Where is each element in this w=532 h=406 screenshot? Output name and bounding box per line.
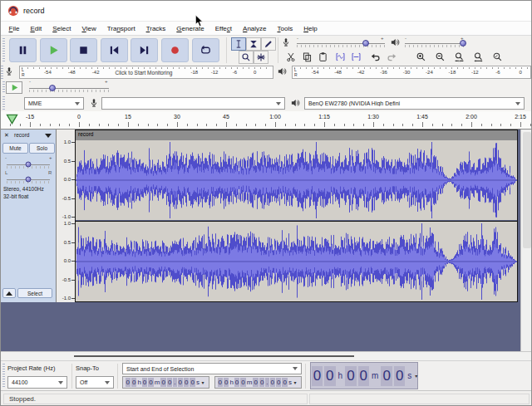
pause-button[interactable] xyxy=(9,38,37,62)
ruler-minor-tick xyxy=(167,124,168,126)
track-name[interactable]: record xyxy=(14,132,29,138)
solo-button[interactable]: Solo xyxy=(29,143,55,154)
collapse-track-button[interactable] xyxy=(2,288,16,298)
vertical-scrollbar[interactable] xyxy=(520,130,532,351)
timeline-ruler[interactable]: -1501530451:001:151:301:452:002:15 xyxy=(1,111,532,130)
zoom-toggle-button[interactable] xyxy=(490,50,505,63)
draw-tool-button[interactable] xyxy=(261,37,276,51)
selection-toolbar-grip[interactable] xyxy=(2,364,5,389)
device-toolbar-grip[interactable] xyxy=(2,96,5,110)
recording-device-select[interactable] xyxy=(101,97,285,110)
play-speed-thumb[interactable] xyxy=(49,85,56,91)
play-button[interactable] xyxy=(40,38,67,62)
multi-tool-button[interactable] xyxy=(254,51,268,64)
playback-meter-speaker-icon[interactable] xyxy=(277,66,287,81)
vertical-scale-ruler[interactable]: 1.00.50.0-0.5-1.01.00.50.0-0.5-1.0 xyxy=(57,130,75,302)
selection-end-field[interactable]: 00h00m00.000s▾ xyxy=(214,376,302,389)
track-control-panel: ✕ record Mute Solo - + L R Stereo, 44100… xyxy=(1,130,57,302)
magnifier-icon xyxy=(241,52,251,62)
chevron-down-icon[interactable]: ▾ xyxy=(201,379,204,385)
playback-volume-slider[interactable] xyxy=(405,37,465,48)
menu-item-transport[interactable]: Transport xyxy=(101,23,140,34)
fit-project-button[interactable] xyxy=(470,50,485,63)
project-rate-select[interactable]: 44100 xyxy=(7,376,67,389)
skip-to-end-button[interactable] xyxy=(131,38,158,62)
playback-device-select[interactable]: BenQ EW2780 (NVIDIA High Defini xyxy=(304,97,525,110)
track-area: ✕ record Mute Solo - + L R Stereo, 44100… xyxy=(1,130,532,351)
selection-start-field[interactable]: 00h00m00.000s▾ xyxy=(122,376,209,389)
recording-meter[interactable]: LR-54-48-42Click to Start Monitoring-18-… xyxy=(19,66,273,79)
chevron-down-icon[interactable]: ▾ xyxy=(293,379,296,385)
audio-host-select[interactable]: MME xyxy=(24,97,84,110)
meter-scale-label: -54 xyxy=(44,70,52,75)
recording-device-mic-icon xyxy=(89,97,99,112)
menu-item-tools[interactable]: Tools xyxy=(272,23,298,34)
audio-position-display[interactable]: 00h00m00s▾ xyxy=(310,362,418,389)
select-track-button[interactable]: Select xyxy=(17,288,52,298)
playback-device-speaker-icon xyxy=(290,97,300,112)
menu-item-view[interactable]: View xyxy=(76,23,101,34)
vertical-scrollbar-thumb[interactable] xyxy=(523,132,531,248)
toolbar-dock: - + - + LR-54-48-4 xyxy=(1,36,532,111)
menu-item-analyze[interactable]: Analyze xyxy=(238,23,272,34)
gain-thumb[interactable] xyxy=(26,162,32,168)
chevron-down-icon[interactable]: ▾ xyxy=(415,373,417,379)
skip-to-start-button[interactable] xyxy=(101,38,128,62)
track-menu-dropdown-icon[interactable] xyxy=(45,134,52,138)
menu-item-file[interactable]: File xyxy=(3,23,25,34)
recording-volume-thumb[interactable] xyxy=(362,40,369,46)
chevron-down-icon xyxy=(105,381,110,384)
stop-button[interactable] xyxy=(70,38,97,62)
horizontal-scrollbar[interactable] xyxy=(1,351,532,360)
paste-button[interactable] xyxy=(315,50,330,63)
recording-meter-mic-icon[interactable] xyxy=(4,66,14,81)
cut-button[interactable] xyxy=(283,50,298,63)
gain-slider[interactable] xyxy=(7,159,50,169)
pan-slider[interactable] xyxy=(7,174,50,184)
menu-item-effect[interactable]: Effect xyxy=(209,23,237,34)
record-button[interactable] xyxy=(161,38,189,62)
loop-pin-icon[interactable] xyxy=(6,113,18,128)
waveform-channel-right[interactable] xyxy=(76,222,517,301)
zoom-out-button[interactable] xyxy=(432,50,447,63)
playback-meter[interactable]: LR-54-48-42-36-30-24-18-12-60 xyxy=(292,66,531,79)
fit-selection-button[interactable] xyxy=(451,50,466,63)
menu-item-edit[interactable]: Edit xyxy=(25,23,47,34)
close-track-icon[interactable]: ✕ xyxy=(2,131,11,139)
recording-meter-grip[interactable] xyxy=(1,66,3,79)
ruler-minor-tick xyxy=(304,124,305,126)
pan-thumb[interactable] xyxy=(26,177,32,183)
trim-audio-button[interactable] xyxy=(332,50,347,63)
mute-button[interactable]: Mute xyxy=(2,143,28,154)
clip-title-bar[interactable]: record xyxy=(76,130,517,140)
meter-scale-label: -6 xyxy=(495,70,500,75)
recording-volume-slider[interactable] xyxy=(297,37,385,48)
waveform-channel-left[interactable] xyxy=(76,140,517,220)
snap-to-select[interactable]: Off xyxy=(76,376,114,389)
redo-button[interactable] xyxy=(384,50,399,63)
play-speed-slider[interactable] xyxy=(29,82,109,93)
silence-audio-button[interactable] xyxy=(348,50,363,63)
zoom-tool-button[interactable] xyxy=(239,51,254,64)
play-at-speed-button[interactable] xyxy=(6,81,22,94)
meter-monitoring-message[interactable]: Click to Start Monitoring xyxy=(115,70,172,76)
selection-range-mode-select[interactable]: Start and End of Selection xyxy=(122,363,302,374)
envelope-tool-button[interactable] xyxy=(246,37,261,51)
play-at-speed-grip[interactable] xyxy=(2,81,5,94)
chevron-down-icon xyxy=(58,381,63,384)
selection-tool-button[interactable] xyxy=(231,37,246,51)
loop-button[interactable] xyxy=(192,38,219,62)
horizontal-scrollbar-thumb[interactable] xyxy=(74,355,354,357)
ruler-time-label: 45 xyxy=(223,114,229,120)
menu-item-help[interactable]: Help xyxy=(298,23,323,34)
playback-volume-thumb[interactable] xyxy=(460,40,466,46)
time-unit-label: m xyxy=(372,371,378,380)
zoom-in-button[interactable] xyxy=(413,50,428,63)
undo-button[interactable] xyxy=(367,50,382,63)
audio-clip[interactable]: record xyxy=(75,130,518,302)
menu-item-tracks[interactable]: Tracks xyxy=(140,23,171,34)
ruler-major-tick xyxy=(30,122,31,127)
menu-item-select[interactable]: Select xyxy=(47,23,76,34)
toolbar-separator xyxy=(71,364,72,389)
copy-button[interactable] xyxy=(299,50,314,63)
